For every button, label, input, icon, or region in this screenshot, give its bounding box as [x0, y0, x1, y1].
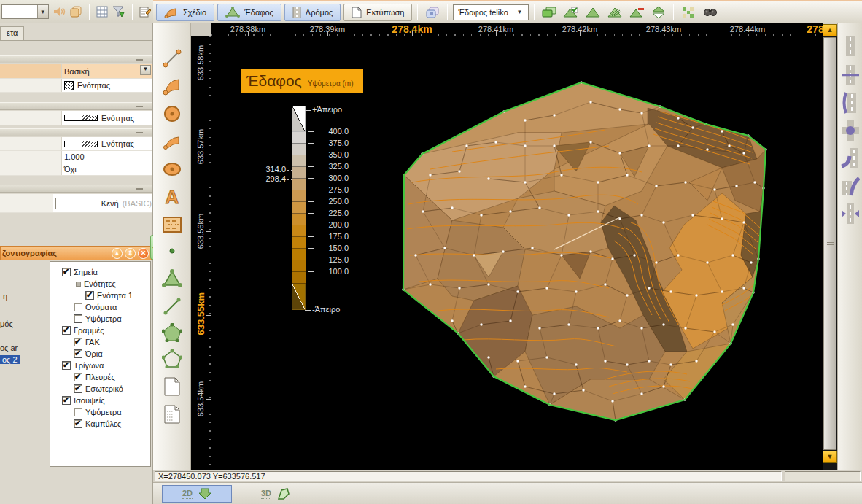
- checkbox[interactable]: [85, 291, 94, 300]
- tree-item[interactable]: Γραμμές: [50, 325, 150, 336]
- checkbox[interactable]: [74, 419, 82, 428]
- map-canvas: 278.38km 278.39km 278.4km 278.41km 278.4…: [191, 23, 823, 470]
- vertical-scrollbar[interactable]: ▲ ▼: [823, 24, 837, 470]
- macro-input[interactable]: [55, 198, 98, 209]
- layer-select[interactable]: ▼: [1, 4, 49, 19]
- legend-title-box: Έδαφος Υψόμετρα (m): [241, 69, 363, 93]
- section-header[interactable]: [0, 55, 152, 63]
- tab-print[interactable]: Εκτύπωση: [343, 4, 412, 21]
- drawing-viewport[interactable]: Έδαφος Υψόμετρα (m) +Άπειρο 400.0 375.0 …: [211, 36, 823, 470]
- hatch-tool-icon[interactable]: [160, 213, 184, 236]
- tree-item[interactable]: Ενότητες: [50, 278, 150, 290]
- tab-road[interactable]: Δρόμος: [284, 4, 341, 21]
- sound-icon[interactable]: [53, 3, 66, 20]
- road-narrow-icon[interactable]: [841, 203, 860, 225]
- tab-sketch[interactable]: Σχέδιο: [156, 4, 214, 21]
- section-header[interactable]: [0, 102, 152, 110]
- chevron-down-icon[interactable]: ▼: [140, 65, 151, 75]
- panel-tab[interactable]: ετα: [0, 26, 24, 40]
- filter-icon[interactable]: [112, 3, 125, 20]
- dock-panel-titlebar[interactable]: ζοντιογραφίας ▲ ⇕ ✕: [0, 246, 152, 260]
- arc2-tool-icon[interactable]: [160, 130, 184, 153]
- checkbox[interactable]: [74, 373, 82, 381]
- segment-tool-icon[interactable]: [160, 295, 184, 318]
- tree-item[interactable]: Ενότητα 1: [50, 290, 150, 301]
- weight-row[interactable]: 1.000: [0, 151, 152, 163]
- checkbox[interactable]: [62, 268, 71, 276]
- road-cross-section-icon[interactable]: [841, 64, 860, 86]
- tree-item[interactable]: ΓΑΚ: [50, 336, 150, 348]
- checkbox[interactable]: [62, 326, 71, 335]
- tree-item[interactable]: Ισοϋψείς: [50, 395, 150, 406]
- tree-item[interactable]: Εσωτερικό: [50, 383, 150, 395]
- triangle-hatch-icon[interactable]: [605, 4, 624, 21]
- road-curve-edge-icon[interactable]: [841, 92, 860, 114]
- page-list-tool-icon[interactable]: [160, 403, 184, 426]
- tree-item[interactable]: Ονόματα: [50, 301, 150, 313]
- checkbox[interactable]: [74, 408, 82, 416]
- notes-icon[interactable]: [139, 3, 152, 20]
- layers-icon[interactable]: [69, 3, 82, 20]
- line-tool-icon[interactable]: [160, 47, 184, 70]
- arc-tool-icon[interactable]: [160, 74, 184, 98]
- section-header[interactable]: [0, 128, 152, 136]
- search-icon[interactable]: [701, 4, 720, 21]
- tree-item[interactable]: Όρια: [50, 348, 150, 360]
- polygon-fill-tool-icon[interactable]: [160, 321, 184, 344]
- circle-tool-icon[interactable]: [160, 102, 184, 125]
- table-icon[interactable]: [96, 3, 109, 20]
- checkbox[interactable]: [62, 396, 71, 405]
- chevron-down-icon[interactable]: ▼: [514, 5, 525, 20]
- linestyle-row[interactable]: Ενότητας: [0, 111, 152, 125]
- road-turn-in-icon[interactable]: [841, 147, 860, 169]
- text-tool-icon[interactable]: A: [160, 185, 184, 209]
- ellipse-tool-icon[interactable]: [160, 158, 184, 181]
- scrollbar-thumb[interactable]: [823, 37, 836, 450]
- tab-3d[interactable]: 3D: [241, 485, 311, 503]
- resize-icon[interactable]: ⇕: [125, 248, 136, 259]
- selected-surface-item[interactable]: ος 2: [0, 355, 20, 364]
- triangle-check-icon[interactable]: [562, 4, 581, 21]
- polygon-outline-tool-icon[interactable]: [160, 347, 184, 371]
- grid-points-icon[interactable]: [679, 4, 698, 21]
- point-tool-icon[interactable]: [160, 239, 184, 263]
- collapse-icon[interactable]: ▲: [112, 248, 123, 259]
- scroll-down-button[interactable]: ▼: [823, 451, 837, 463]
- road-branch-icon[interactable]: [841, 175, 860, 197]
- checkbox[interactable]: [74, 349, 82, 358]
- page-tool-icon[interactable]: [160, 375, 184, 398]
- ruler-tick-label: 633.56km: [196, 212, 205, 250]
- road-straight-icon[interactable]: [841, 35, 860, 57]
- linestyle-row-2[interactable]: Ενότητας: [0, 137, 152, 151]
- checkbox[interactable]: [62, 361, 71, 370]
- tree-item[interactable]: Υψόμετρα: [50, 313, 150, 325]
- flip-triangle-icon[interactable]: [649, 4, 668, 21]
- clipped-label: ος ar: [0, 344, 18, 352]
- tree-item[interactable]: Υψόμετρα: [50, 406, 150, 418]
- road-roundabout-icon[interactable]: [841, 120, 860, 141]
- checkbox[interactable]: [74, 314, 82, 323]
- left-panel-toolbar: ▼: [0, 0, 153, 23]
- add-triangle-icon[interactable]: [583, 4, 602, 21]
- checkbox[interactable]: [74, 303, 82, 311]
- surfaces-icon[interactable]: [423, 4, 442, 21]
- tree-item[interactable]: Τρίγωνα: [50, 360, 150, 371]
- tab-2d[interactable]: 2D: [162, 485, 232, 503]
- flag-row[interactable]: Όχι: [0, 163, 152, 176]
- scroll-up-button[interactable]: ▲: [823, 24, 837, 36]
- surface-select[interactable]: Έδαφος teliko ▼: [453, 4, 529, 20]
- tree-item[interactable]: Πλευρές: [50, 371, 150, 383]
- chevron-down-icon[interactable]: ▼: [37, 5, 48, 18]
- close-icon[interactable]: ✕: [138, 248, 149, 259]
- remove-triangle-icon[interactable]: [627, 4, 646, 21]
- hatch-row[interactable]: Ενότητας: [0, 79, 152, 93]
- surface-stack-icon[interactable]: [540, 4, 559, 21]
- tab-terrain[interactable]: Έδαφος: [217, 4, 281, 21]
- legend-value: 200.0: [314, 220, 349, 229]
- checkbox[interactable]: [74, 338, 82, 346]
- tree-item[interactable]: Καμπύλες: [50, 418, 150, 430]
- tree-item[interactable]: Σημεία: [50, 266, 150, 278]
- checkbox[interactable]: [74, 384, 82, 393]
- triangle-tool-icon[interactable]: [160, 267, 184, 290]
- section-header[interactable]: [0, 185, 152, 193]
